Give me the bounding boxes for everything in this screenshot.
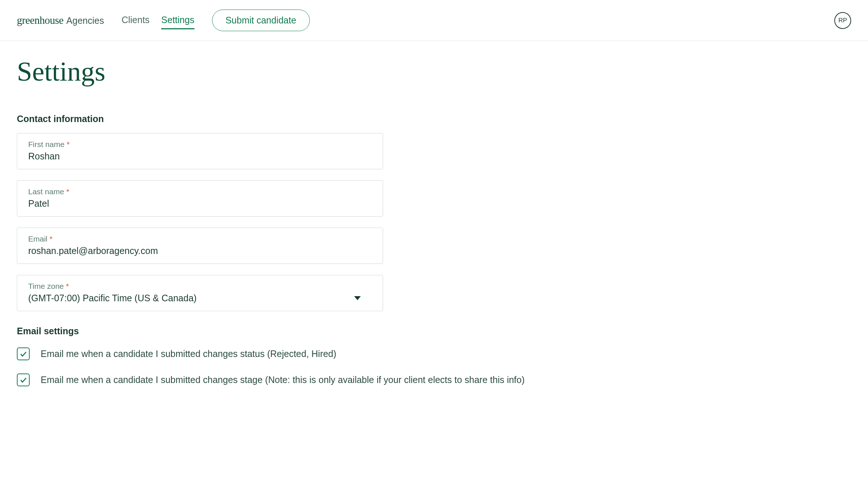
avatar[interactable]: RP [834, 12, 851, 29]
checkbox-status[interactable] [17, 347, 30, 360]
nav-link-settings[interactable]: Settings [161, 12, 194, 29]
chevron-down-icon [354, 296, 361, 300]
check-icon [19, 376, 27, 384]
logo-primary: greenhouse [17, 14, 63, 26]
contact-heading: Contact information [17, 114, 851, 124]
nav-link-clients[interactable]: Clients [122, 12, 149, 29]
email-settings-heading: Email settings [17, 326, 851, 336]
nav: Clients Settings Submit candidate [122, 10, 310, 31]
timezone-field[interactable]: Time zone * (GMT-07:00) Pacific Time (US… [17, 275, 383, 311]
content: Settings Contact information First name … [0, 41, 868, 414]
logo-secondary: Agencies [66, 15, 104, 26]
email-input[interactable] [28, 246, 372, 256]
last-name-field[interactable]: Last name * [17, 180, 383, 217]
checkbox-row-status: Email me when a candidate I submitted ch… [17, 347, 851, 360]
first-name-field[interactable]: First name * [17, 133, 383, 169]
checkbox-stage[interactable] [17, 373, 30, 386]
app-header: greenhouse Agencies Clients Settings Sub… [0, 0, 868, 41]
first-name-label: First name * [28, 140, 372, 149]
last-name-label: Last name * [28, 187, 372, 196]
checkbox-stage-label: Email me when a candidate I submitted ch… [41, 375, 525, 385]
submit-candidate-button[interactable]: Submit candidate [212, 10, 310, 31]
email-field[interactable]: Email * [17, 228, 383, 264]
timezone-select[interactable]: (GMT-07:00) Pacific Time (US & Canada) [28, 293, 372, 303]
page-title: Settings [17, 56, 851, 87]
checkbox-row-stage: Email me when a candidate I submitted ch… [17, 373, 851, 386]
first-name-input[interactable] [28, 151, 372, 162]
check-icon [19, 350, 27, 358]
logo[interactable]: greenhouse Agencies [17, 14, 104, 26]
email-label: Email * [28, 235, 372, 243]
timezone-label: Time zone * [28, 282, 372, 291]
timezone-value: (GMT-07:00) Pacific Time (US & Canada) [28, 293, 197, 303]
last-name-input[interactable] [28, 198, 372, 209]
checkbox-status-label: Email me when a candidate I submitted ch… [41, 349, 336, 359]
